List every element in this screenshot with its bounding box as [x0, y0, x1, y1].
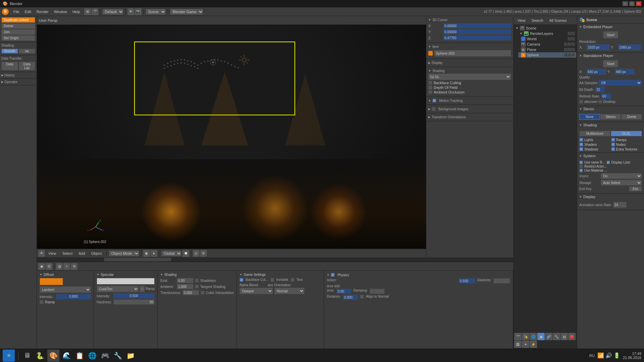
data-tab[interactable]: ▤ — [560, 333, 568, 340]
lights-cb[interactable] — [579, 138, 583, 142]
standalone-x-field[interactable] — [586, 69, 606, 75]
outliner-search-menu[interactable]: Search — [529, 18, 546, 23]
shadeless-cb[interactable] — [195, 279, 199, 283]
taskbar-icon-6[interactable]: 🎮 — [100, 350, 110, 361]
restrict-anim-cb[interactable] — [579, 165, 583, 168]
diffuse-header[interactable]: Diffuse — [40, 273, 91, 277]
bottom-add-icon[interactable]: + — [63, 263, 70, 270]
cursor-y-field[interactable] — [443, 29, 511, 35]
ao-cb[interactable] — [428, 90, 432, 94]
motion-tracking-header[interactable]: Motion Tracking — [428, 98, 511, 103]
physics-enable-cb[interactable] — [331, 273, 335, 277]
motion-tracking-cb[interactable] — [432, 99, 436, 103]
stereo-header[interactable]: Stereo — [577, 106, 644, 112]
bg-images-cb[interactable] — [432, 107, 436, 111]
display-section-header[interactable]: Display — [428, 60, 511, 65]
glsl-btn[interactable]: GLSL — [611, 131, 642, 136]
scene-select[interactable]: Scene — [145, 8, 166, 15]
view-menu[interactable]: View — [46, 251, 59, 256]
shading-right-header[interactable]: Shading — [577, 122, 644, 128]
intensity-slider[interactable]: 0.800 — [56, 294, 91, 299]
item-name-field[interactable] — [434, 50, 511, 57]
cursor-x-field[interactable] — [443, 23, 511, 28]
outliner-item-world[interactable]: 🌐 World ⬛⬛ — [518, 36, 576, 42]
menu-edit[interactable]: Edit — [22, 9, 34, 14]
menu-render[interactable]: Render — [34, 9, 51, 14]
material-mode-icon[interactable]: ☰ — [46, 263, 52, 270]
outliner-item-camera[interactable]: 📷 Camera ⬛⬛⬛ — [518, 42, 576, 47]
friction-field[interactable]: 0.500 — [459, 278, 475, 284]
stereo-none-btn[interactable]: None — [579, 114, 600, 120]
taskbar-icon-2[interactable]: 🐍 — [35, 350, 45, 361]
shading-prop-header[interactable]: Shading — [428, 68, 511, 73]
object-tab[interactable]: ◉ — [537, 333, 545, 340]
taskbar-start-btn[interactable]: ⊞ — [3, 350, 15, 362]
emit-field[interactable]: 0.00 — [177, 278, 194, 283]
cubic-interp-cb[interactable] — [201, 291, 205, 295]
join-btn[interactable]: Join — [1, 29, 35, 35]
embedded-player-header[interactable]: Embedded Player — [577, 24, 644, 30]
operator-toggle[interactable]: Operator — [1, 79, 35, 84]
proportional-icon[interactable]: ◎ — [193, 250, 200, 257]
translucency-field[interactable]: 0.000 — [182, 290, 199, 295]
history-toggle[interactable]: History — [1, 73, 35, 78]
spec-intensity-slider[interactable]: 0.500 — [113, 293, 155, 299]
embedded-y-field[interactable] — [618, 44, 641, 50]
backface-cb[interactable] — [428, 81, 432, 85]
icon-camera[interactable]: 📷 — [135, 8, 142, 15]
render-tab[interactable]: 🎬 — [514, 333, 522, 340]
hardness-slider[interactable]: 50 — [113, 299, 155, 305]
pivot-select[interactable]: Global — [161, 250, 182, 257]
snap-icon[interactable]: 🔲 — [182, 250, 189, 257]
diffuse-color-swatch[interactable] — [40, 278, 63, 285]
physics-header[interactable]: Physics — [327, 273, 510, 277]
set-origin-btn[interactable]: Set Origin — [1, 35, 35, 41]
bit-depth-field[interactable] — [595, 86, 605, 93]
exit-key-btn[interactable]: Esc — [629, 186, 642, 191]
constraints-tab[interactable]: 🔗 — [545, 333, 552, 340]
taskbar-icon-4[interactable]: 📋 — [74, 350, 85, 361]
bottom-settings-icon[interactable]: ⚙ — [71, 263, 77, 270]
layout-select[interactable]: Default — [102, 8, 124, 15]
cursor-section-header[interactable]: 3D Cursor — [428, 17, 511, 22]
outliner-all-scenes-menu[interactable]: All Scenes — [547, 18, 570, 23]
specular-header[interactable]: Specular — [97, 273, 155, 277]
outliner-item-sphere[interactable]: ◉ Sphere ⬛⬛⬛ — [518, 52, 576, 58]
data-btn[interactable]: Data — [1, 62, 18, 70]
spec-ramp-checkbox[interactable]: □ — [140, 286, 145, 292]
viewport-scrollbar[interactable] — [37, 257, 513, 261]
object-mode-select[interactable]: Object Mode — [108, 250, 140, 257]
flat-btn[interactable]: lat — [19, 49, 36, 54]
shaders-cb[interactable] — [579, 142, 583, 146]
icon-view3d[interactable]: 👁 — [127, 8, 134, 15]
view-mode-icon[interactable]: 👁 — [38, 250, 45, 257]
specular-color-swatch[interactable] — [97, 278, 155, 285]
damping-field[interactable] — [370, 289, 385, 294]
icon-scene-btn[interactable]: ⊞ — [84, 8, 91, 15]
ramps-cb[interactable] — [611, 138, 615, 142]
shading-mat-header[interactable]: Shading — [160, 273, 234, 277]
outliner-view-menu[interactable]: View — [515, 18, 528, 23]
taskbar-icon-blender[interactable]: 🎨 — [47, 350, 59, 362]
material-tab[interactable]: 🔴 — [568, 333, 576, 340]
close-button[interactable]: ✕ — [636, 1, 641, 6]
transform-orient-header[interactable]: Transform Orientations — [428, 115, 511, 120]
ambient-field[interactable]: 1.000 — [177, 284, 194, 289]
spec-shader-select[interactable]: CookTorr — [97, 286, 139, 292]
use-frame-rate-cb[interactable] — [579, 161, 583, 164]
display-lists-cb[interactable] — [606, 161, 610, 164]
standalone-y-field[interactable] — [614, 69, 635, 75]
taskbar-icon-7[interactable]: 🔧 — [112, 350, 123, 361]
modifiers-tab[interactable]: 🔧 — [553, 333, 560, 340]
refresh-field[interactable] — [601, 93, 611, 99]
distance-field[interactable]: 0.000 — [343, 295, 358, 300]
viewport-canvas[interactable]: X Z Y (1) Sphere.002 — [37, 25, 426, 249]
smooth-btn[interactable]: Smooth — [1, 49, 18, 54]
menu-file[interactable]: File — [11, 9, 22, 14]
anim-fps-field[interactable] — [613, 202, 627, 208]
language-btn[interactable]: RU — [589, 354, 595, 358]
storage-select[interactable]: Auto Select — [601, 180, 642, 186]
display-right-header[interactable]: Display — [577, 194, 644, 200]
standalone-player-header[interactable]: Standalone Player — [577, 53, 644, 59]
backface-cull-game-cb[interactable] — [239, 278, 244, 282]
